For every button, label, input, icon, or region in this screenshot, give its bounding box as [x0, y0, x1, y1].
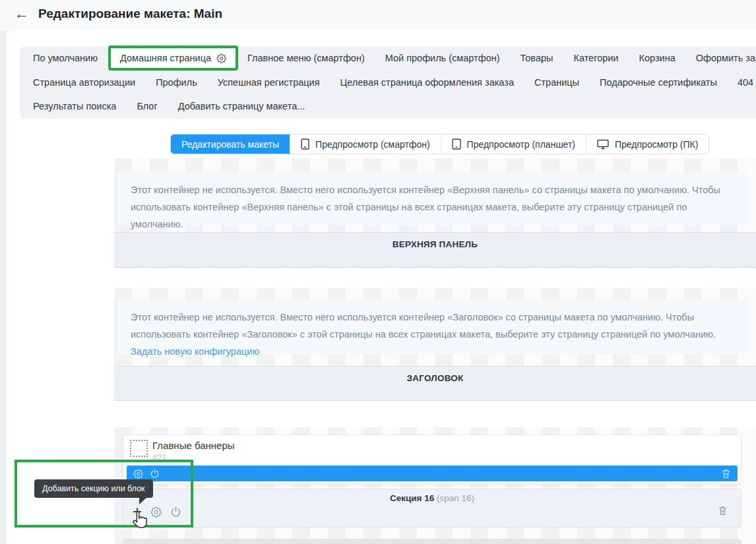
tab-categories[interactable]: Категории: [573, 53, 618, 63]
tab-registration-success[interactable]: Успешная регистрация: [218, 77, 320, 88]
tablet-icon: [452, 138, 461, 150]
tab-default[interactable]: По умолчанию: [33, 53, 98, 63]
tab-profile[interactable]: Профиль: [156, 77, 197, 88]
preview-tablet-button[interactable]: Предпросмотр (планшет): [441, 135, 586, 154]
page-header: ← Редактирование макета: Main: [0, 0, 756, 30]
preview-tablet-label: Предпросмотр (планшет): [467, 139, 575, 150]
edit-layouts-button[interactable]: Редактировать макеты: [171, 135, 290, 154]
container-header: Этот контейнер не используется. Вместо н…: [114, 288, 756, 401]
tab-add-layout-page[interactable]: Добавить страницу макета...: [178, 101, 305, 111]
tab-checkout[interactable]: Оформить заказ: [696, 53, 756, 63]
notice-text: Этот контейнер не используется. Вместо н…: [131, 185, 720, 229]
gear-icon[interactable]: [216, 53, 226, 63]
notice-text: Этот контейнер не используется. Вместо н…: [131, 312, 716, 340]
tab-pages[interactable]: Страницы: [534, 77, 579, 88]
container-header-header[interactable]: ЗАГОЛОВОК: [114, 366, 756, 401]
tooltip-add-section: Добавить секцию или блок: [34, 479, 153, 498]
section-16[interactable]: Секция 16 (span 16) +: [123, 489, 741, 528]
power-icon[interactable]: [150, 469, 160, 479]
layout-page-tabs: По умолчанию Домашняя страница Главное м…: [20, 46, 756, 119]
tab-blog[interactable]: Блог: [137, 101, 157, 111]
gear-icon[interactable]: [133, 469, 143, 479]
next-block-card-partial: [123, 539, 741, 544]
block-toolbar: [127, 466, 738, 481]
section-span: (span 16): [437, 493, 474, 503]
page-title: Редактирование макета: Main: [38, 7, 222, 21]
layout-editor-screen: ← Редактирование макета: Main По умолчан…: [0, 0, 756, 544]
smartphone-icon: [301, 138, 309, 150]
tab-checkout-landing[interactable]: Целевая страница оформления заказа: [340, 77, 514, 88]
tab-home-page[interactable]: Домашняя страница: [111, 49, 235, 67]
tab-my-profile-smartphone[interactable]: Мой профиль (смартфон): [385, 53, 500, 63]
container-content: Главные баннеры #21 Секция 16: [114, 427, 756, 544]
section-tools: +: [133, 504, 181, 520]
container-unused-notice: Этот контейнер не используется. Вместо н…: [117, 173, 747, 225]
tab-404[interactable]: 404: [738, 77, 753, 88]
block-id: #21: [152, 452, 167, 462]
block-title: Главные баннеры: [152, 440, 235, 451]
view-mode-switcher: Редактировать макеты Предпросмотр (смарт…: [170, 134, 709, 154]
annotation-active-tab: Домашняя страница: [108, 45, 238, 71]
tab-login-page[interactable]: Страница авторизации: [33, 77, 135, 88]
tab-home-page-label: Домашняя страница: [120, 53, 211, 63]
container-unused-notice: Этот контейнер не используется. Вместо н…: [117, 300, 747, 354]
monitor-icon: [597, 139, 609, 150]
back-arrow-icon[interactable]: ←: [15, 5, 29, 22]
tab-main-menu-smartphone[interactable]: Главное меню (смартфон): [247, 53, 365, 63]
tab-search-results[interactable]: Результаты поиска: [33, 101, 116, 111]
container-header-top-panel[interactable]: ВЕРХНЯЯ ПАНЕЛЬ: [114, 232, 756, 268]
tab-products[interactable]: Товары: [520, 53, 553, 63]
tabs-row-1: По умолчанию Домашняя страница Главное м…: [33, 46, 756, 71]
plus-icon[interactable]: +: [133, 504, 142, 520]
tab-cart[interactable]: Корзина: [639, 53, 675, 63]
trash-icon[interactable]: [721, 468, 731, 479]
container-top-panel: Этот контейнер не используется. Вместо н…: [114, 158, 756, 268]
section-name: Секция 16: [390, 493, 434, 503]
trash-icon[interactable]: [718, 505, 728, 516]
preview-desktop-label: Предпросмотр (ПК): [615, 139, 698, 150]
block-placeholder-thumb: [130, 440, 148, 457]
content-panel: По умолчанию Домашняя страница Главное м…: [7, 30, 756, 544]
gear-icon[interactable]: [150, 506, 162, 518]
block-main-banners[interactable]: Главные баннеры #21: [123, 435, 741, 485]
preview-smartphone-button[interactable]: Предпросмотр (смартфон): [290, 135, 441, 154]
tabs-row-2: Страница авторизации Профиль Успешная ре…: [33, 71, 756, 95]
tabs-row-3: Результаты поиска Блог Добавить страницу…: [33, 94, 756, 119]
section-title: Секция 16 (span 16): [123, 493, 741, 503]
preview-smartphone-label: Предпросмотр (смартфон): [315, 139, 430, 150]
set-new-configuration-link[interactable]: Задать новую конфигурацию: [131, 346, 259, 357]
preview-desktop-button[interactable]: Предпросмотр (ПК): [586, 135, 709, 154]
power-icon[interactable]: [170, 506, 181, 518]
tab-gift-certificates[interactable]: Подарочные сертификаты: [600, 77, 717, 88]
